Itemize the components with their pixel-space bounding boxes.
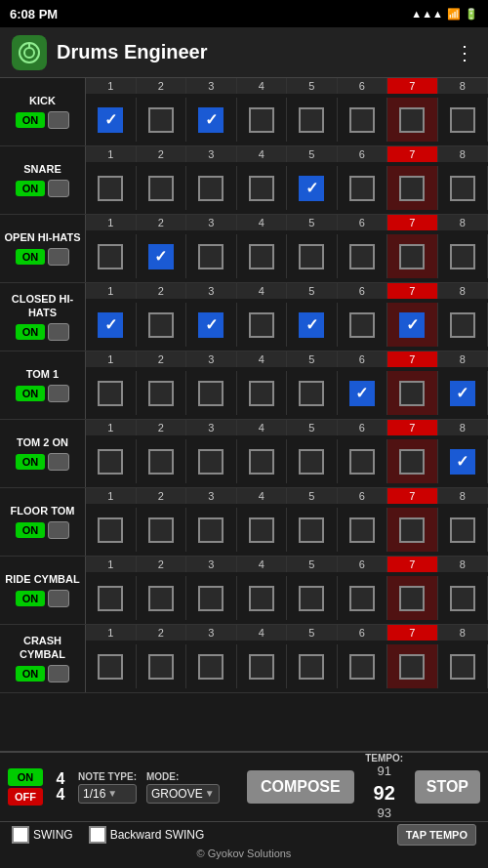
step-checkbox-0-2[interactable] [198, 107, 224, 133]
step-checkbox-6-1[interactable] [148, 517, 174, 543]
step-checkbox-4-4[interactable] [299, 381, 324, 406]
on-button-0[interactable]: ON [16, 112, 45, 128]
swing-checkbox[interactable] [12, 826, 29, 844]
step-checkbox-5-6[interactable] [399, 449, 425, 475]
global-off-button[interactable]: OFF [8, 788, 43, 806]
on-button-6[interactable]: ON [16, 522, 45, 538]
step-checkbox-5-7[interactable] [450, 449, 475, 475]
step-checkbox-2-6[interactable] [399, 244, 425, 269]
step-checkbox-6-5[interactable] [349, 517, 375, 543]
step-checkbox-2-3[interactable] [249, 244, 274, 269]
global-on-button[interactable]: ON [8, 768, 43, 786]
off-checkbox-2[interactable] [48, 248, 69, 266]
backward-swing-checkbox[interactable] [89, 826, 106, 844]
step-checkbox-1-3[interactable] [249, 176, 274, 201]
step-checkbox-7-0[interactable] [98, 586, 123, 611]
off-checkbox-6[interactable] [48, 521, 69, 539]
step-checkbox-4-2[interactable] [198, 381, 224, 406]
step-checkbox-4-5[interactable] [349, 381, 375, 406]
mode-select[interactable]: GROOVE ▼ [146, 784, 220, 804]
off-checkbox-1[interactable] [48, 180, 69, 197]
step-checkbox-3-4[interactable] [299, 312, 324, 338]
step-checkbox-3-7[interactable] [450, 312, 475, 338]
step-checkbox-2-2[interactable] [198, 244, 224, 269]
on-button-3[interactable]: ON [16, 324, 45, 340]
step-checkbox-0-4[interactable] [299, 107, 324, 133]
step-checkbox-2-5[interactable] [349, 244, 375, 269]
step-checkbox-4-6[interactable] [399, 381, 425, 406]
step-checkbox-2-0[interactable] [98, 244, 123, 269]
stop-button[interactable]: STOP [415, 770, 480, 804]
step-checkbox-1-4[interactable] [299, 176, 324, 201]
step-checkbox-2-4[interactable] [299, 244, 324, 269]
step-checkbox-0-3[interactable] [249, 107, 274, 133]
on-button-2[interactable]: ON [16, 249, 45, 265]
step-checkbox-6-3[interactable] [249, 517, 274, 543]
off-checkbox-7[interactable] [48, 590, 69, 607]
compose-button[interactable]: COMPOSE [247, 770, 354, 804]
note-type-select[interactable]: 1/16 ▼ [78, 784, 137, 804]
step-checkbox-3-1[interactable] [148, 312, 174, 338]
step-checkbox-7-6[interactable] [399, 586, 425, 611]
on-button-1[interactable]: ON [16, 181, 45, 196]
step-checkbox-8-2[interactable] [198, 654, 224, 680]
off-checkbox-5[interactable] [48, 453, 69, 471]
step-checkbox-7-5[interactable] [349, 586, 375, 611]
step-checkbox-5-1[interactable] [148, 449, 174, 475]
step-checkbox-6-0[interactable] [98, 517, 123, 543]
step-checkbox-8-1[interactable] [148, 654, 174, 680]
tap-tempo-button[interactable]: TAP TEMPO [397, 824, 476, 846]
off-checkbox-0[interactable] [48, 111, 69, 129]
step-checkbox-4-3[interactable] [249, 381, 274, 406]
step-checkbox-4-7[interactable] [450, 381, 475, 406]
step-checkbox-2-7[interactable] [450, 244, 475, 269]
step-checkbox-0-1[interactable] [148, 107, 174, 133]
step-checkbox-1-2[interactable] [198, 176, 224, 201]
on-button-5[interactable]: ON [16, 454, 45, 470]
step-checkbox-1-1[interactable] [148, 176, 174, 201]
step-checkbox-1-0[interactable] [98, 176, 123, 201]
step-checkbox-6-7[interactable] [450, 517, 475, 543]
step-checkbox-4-1[interactable] [148, 381, 174, 406]
on-button-4[interactable]: ON [16, 386, 45, 401]
step-checkbox-7-4[interactable] [299, 586, 324, 611]
step-checkbox-0-0[interactable] [98, 107, 123, 133]
step-checkbox-1-6[interactable] [399, 176, 425, 201]
step-checkbox-7-2[interactable] [198, 586, 224, 611]
step-checkbox-8-4[interactable] [299, 654, 324, 680]
step-checkbox-1-5[interactable] [349, 176, 375, 201]
step-checkbox-5-0[interactable] [98, 449, 123, 475]
step-checkbox-7-7[interactable] [450, 586, 475, 611]
step-checkbox-3-6[interactable] [399, 312, 425, 338]
step-checkbox-2-1[interactable] [148, 244, 174, 269]
step-checkbox-4-0[interactable] [98, 381, 123, 406]
step-checkbox-1-7[interactable] [450, 176, 475, 201]
step-checkbox-8-7[interactable] [450, 654, 475, 680]
step-checkbox-7-3[interactable] [249, 586, 274, 611]
step-checkbox-3-5[interactable] [349, 312, 375, 338]
step-checkbox-3-3[interactable] [249, 312, 274, 338]
off-checkbox-8[interactable] [48, 665, 69, 682]
step-checkbox-0-6[interactable] [399, 107, 425, 133]
step-checkbox-7-1[interactable] [148, 586, 174, 611]
step-checkbox-6-4[interactable] [299, 517, 324, 543]
step-checkbox-8-6[interactable] [399, 654, 425, 680]
off-checkbox-4[interactable] [48, 385, 69, 402]
step-checkbox-8-3[interactable] [249, 654, 274, 680]
step-checkbox-8-0[interactable] [98, 654, 123, 680]
menu-icon[interactable]: ⋮ [455, 41, 476, 64]
step-checkbox-8-5[interactable] [349, 654, 375, 680]
step-checkbox-5-4[interactable] [299, 449, 324, 475]
step-checkbox-6-2[interactable] [198, 517, 224, 543]
step-checkbox-0-5[interactable] [349, 107, 375, 133]
step-checkbox-3-2[interactable] [198, 312, 224, 338]
off-checkbox-3[interactable] [48, 323, 69, 341]
step-checkbox-5-3[interactable] [249, 449, 274, 475]
step-checkbox-6-6[interactable] [399, 517, 425, 543]
on-button-7[interactable]: ON [16, 591, 45, 606]
step-checkbox-5-5[interactable] [349, 449, 375, 475]
step-checkbox-5-2[interactable] [198, 449, 224, 475]
step-checkbox-3-0[interactable] [98, 312, 123, 338]
step-checkbox-0-7[interactable] [450, 107, 475, 133]
on-button-8[interactable]: ON [16, 666, 45, 682]
